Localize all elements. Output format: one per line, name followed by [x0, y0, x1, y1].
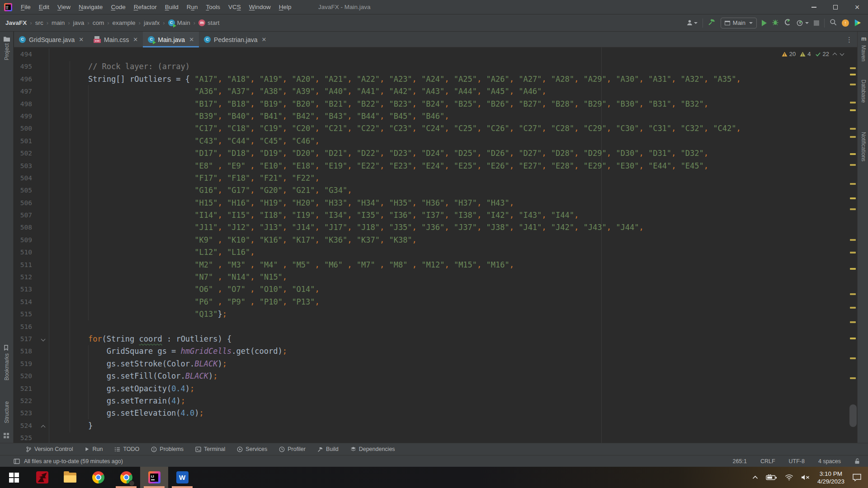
stop-button[interactable]: [814, 20, 819, 26]
gutter-fold-column[interactable]: [32, 221, 49, 234]
menu-item-window[interactable]: Window: [245, 0, 275, 14]
gutter-fold-column[interactable]: [32, 234, 49, 246]
volume-muted-icon[interactable]: [801, 474, 810, 481]
run-configuration-select[interactable]: Main: [721, 18, 757, 28]
tool-window-button-build[interactable]: Build: [311, 443, 344, 455]
tab-main-java[interactable]: CMain.java✕: [143, 32, 199, 47]
minimize-button[interactable]: [803, 0, 825, 14]
tool-stripe-database[interactable]: Database: [860, 80, 867, 103]
menu-item-code[interactable]: Code: [107, 0, 129, 14]
taskbar-clock[interactable]: 3:10 PM 4/29/2023: [817, 470, 844, 485]
code-line-514[interactable]: 514 "P6" , "P9" , "P10", "P13",: [14, 296, 857, 308]
close-icon[interactable]: ✕: [133, 36, 138, 43]
code-line-515[interactable]: 515 "Q13"};: [14, 308, 857, 320]
code-line-501[interactable]: 501 "C43", "C44", "C45", "C46",: [14, 135, 857, 147]
gutter-fold-column[interactable]: [32, 308, 49, 320]
code-line-503[interactable]: 503 "E8" , "E9" , "E10", "E18", "E19", "…: [14, 160, 857, 172]
scrollbar-thumb[interactable]: [849, 404, 857, 427]
menu-item-refactor[interactable]: Refactor: [130, 0, 161, 14]
debug-button[interactable]: [772, 19, 779, 28]
gutter-fold-column[interactable]: [32, 73, 49, 85]
gutter-fold-column[interactable]: [32, 184, 49, 197]
menu-item-view[interactable]: View: [53, 0, 75, 14]
code-line-511[interactable]: 511 "M2" , "M3" , "M4" , "M5" , "M6" , "…: [14, 259, 857, 271]
tool-window-button-version-control[interactable]: Version Control: [20, 443, 79, 455]
tool-window-button-run[interactable]: Run: [79, 443, 108, 455]
taskbar-button-dragon-center[interactable]: [28, 467, 56, 488]
unlocked-padlock-icon[interactable]: [854, 458, 860, 464]
breadcrumb-item-main[interactable]: CMain: [168, 19, 190, 26]
gutter-fold-column[interactable]: [32, 259, 49, 271]
code-line-505[interactable]: 505 "G16", "G17", "G20", "G21", "G34",: [14, 184, 857, 197]
gutter-fold-column[interactable]: [32, 358, 49, 370]
code-line-502[interactable]: 502 "D17", "D18", "D19", "D20", "D21", "…: [14, 147, 857, 160]
gutter-fold-column[interactable]: [32, 85, 49, 98]
code-line-495[interactable]: 495 // Rock layer: (array): [14, 61, 857, 73]
grid-icon[interactable]: [4, 432, 9, 440]
action-center-icon[interactable]: [852, 473, 862, 482]
gutter-fold-column[interactable]: [32, 246, 49, 258]
project-folder-icon[interactable]: [4, 35, 10, 43]
menu-item-navigate[interactable]: Navigate: [75, 0, 107, 14]
code-line-509[interactable]: 509 "K9" , "K10", "K16", "K17", "K36", "…: [14, 234, 857, 246]
taskbar-button-intellij-idea[interactable]: IJ: [140, 467, 168, 488]
code-with-me-user-button[interactable]: [686, 19, 698, 26]
gutter-fold-column[interactable]: [32, 296, 49, 308]
tab-main-css[interactable]: cssMain.css✕: [89, 32, 143, 47]
gutter-fold-column[interactable]: [32, 345, 49, 357]
gutter-fold-column[interactable]: [32, 98, 49, 110]
taskbar-button-chrome-profile[interactable]: [112, 467, 140, 488]
gutter-fold-column[interactable]: [32, 333, 49, 345]
gutter-fold-column[interactable]: [32, 160, 49, 172]
close-icon[interactable]: ✕: [189, 36, 194, 43]
breadcrumb-item-example[interactable]: example: [113, 19, 136, 26]
menu-item-file[interactable]: File: [17, 0, 35, 14]
caret-position[interactable]: 265:1: [733, 458, 747, 465]
code-line-516[interactable]: 516: [14, 321, 857, 333]
breadcrumb-item-src[interactable]: src: [35, 19, 43, 26]
gutter-fold-column[interactable]: [32, 407, 49, 419]
search-everywhere-button[interactable]: [830, 19, 837, 28]
gutter-fold-column[interactable]: [32, 283, 49, 296]
line-separator[interactable]: CRLF: [760, 458, 775, 465]
previous-problem-button[interactable]: [833, 53, 837, 57]
code-line-510[interactable]: 510 "L12", "L16",: [14, 246, 857, 258]
breadcrumb-item-java[interactable]: java: [73, 19, 85, 26]
tool-window-button-problems[interactable]: Problems: [145, 443, 189, 455]
gutter-fold-column[interactable]: [32, 370, 49, 382]
taskbar-button-word[interactable]: W: [168, 467, 196, 488]
tool-window-button-dependencies[interactable]: Dependencies: [344, 443, 401, 455]
code-editor[interactable]: 494495 // Rock layer: (array)496 String[…: [14, 47, 857, 443]
code-line-499[interactable]: 499 "B39", "B40", "B41", "B42", "B43", "…: [14, 110, 857, 122]
gutter-fold-column[interactable]: [32, 147, 49, 160]
gutter-fold-column[interactable]: [32, 48, 49, 61]
close-icon[interactable]: ✕: [262, 36, 267, 43]
bookmark-flag-icon[interactable]: [4, 344, 9, 352]
code-line-524[interactable]: 524 }: [14, 420, 857, 432]
fold-marker-icon[interactable]: [41, 337, 46, 342]
breadcrumb-item-main[interactable]: main: [52, 19, 65, 26]
code-line-520[interactable]: 520 gs.setFill(Color.BLACK);: [14, 370, 857, 382]
breadcrumb-item-javafx[interactable]: javafx: [144, 19, 160, 26]
tool-stripe-bookmarks[interactable]: Bookmarks: [4, 353, 10, 380]
fold-marker-icon[interactable]: [41, 425, 46, 429]
gutter-fold-column[interactable]: [32, 383, 49, 395]
gutter-fold-column[interactable]: [32, 197, 49, 209]
run-button[interactable]: [762, 20, 767, 26]
wifi-icon[interactable]: [785, 474, 793, 481]
gutter-fold-column[interactable]: [32, 420, 49, 432]
code-line-518[interactable]: 518 GridSquare gs = hmGridCells.get(coor…: [14, 345, 857, 357]
tool-window-button-services[interactable]: Services: [231, 443, 273, 455]
tab-pedestrian-java[interactable]: CPedestrian.java✕: [199, 32, 271, 47]
tool-stripe-structure[interactable]: Structure: [4, 401, 10, 423]
menu-item-tools[interactable]: Tools: [202, 0, 225, 14]
code-line-513[interactable]: 513 "O6" , "O7" , "O10", "O14",: [14, 283, 857, 296]
code-line-504[interactable]: 504 "F17", "F18", "F21", "F22",: [14, 172, 857, 184]
inspections-widget[interactable]: 20 4 22: [782, 51, 844, 57]
gutter-fold-column[interactable]: [32, 271, 49, 283]
gutter-fold-column[interactable]: [32, 110, 49, 122]
taskbar-button-file-explorer[interactable]: [56, 467, 84, 488]
tab-gridsquare-java[interactable]: CGridSquare.java✕: [14, 32, 89, 47]
tool-window-button-profiler[interactable]: Profiler: [273, 443, 311, 455]
breadcrumb-item-com[interactable]: com: [93, 19, 104, 26]
